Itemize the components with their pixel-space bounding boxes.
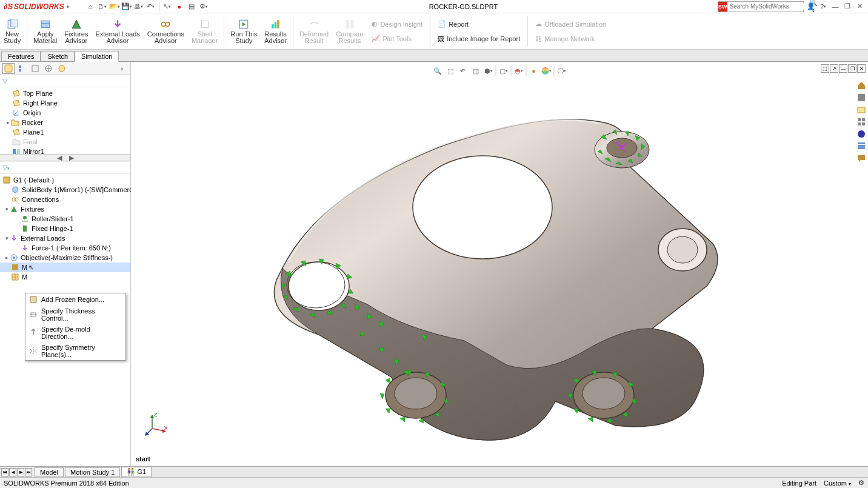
splitter-right-icon[interactable]: ▶ (69, 154, 74, 162)
open-icon[interactable]: 📂▾ (109, 1, 120, 12)
print-icon[interactable]: 🖶▾ (133, 1, 144, 12)
custom-properties-icon[interactable] (856, 141, 867, 152)
feature-tree[interactable]: Top Plane Right Plane Origin ▸Rocker Pla… (0, 87, 130, 154)
study-node[interactable]: G1 (-Default-) (0, 175, 130, 185)
solidbody-node[interactable]: SolidBody 1(Mirror1) (-[SW]Commercially … (0, 185, 130, 195)
viewport-exit-icon[interactable]: ⬚ (821, 64, 829, 73)
status-custom[interactable]: Custom ▾ (824, 480, 851, 487)
collapse-icon[interactable]: ▾ (4, 235, 10, 241)
solidworks-resources-icon[interactable] (856, 80, 867, 91)
splitter-left-icon[interactable]: ◀ (57, 154, 62, 162)
fixtures-advisor-button[interactable]: Fixtures Advisor (61, 15, 92, 48)
manufacturing-controls-node[interactable]: M↖ (0, 262, 130, 272)
minimize-icon[interactable]: — (830, 2, 840, 12)
fixed-hinge-node[interactable]: Fixed Hinge-1 (0, 224, 130, 233)
settings-gear-icon[interactable]: ⚙▾ (198, 1, 209, 12)
tab-next-icon[interactable]: ▶ (17, 468, 24, 476)
context-thickness-control[interactable]: Specify Thickness Control... (25, 306, 125, 324)
connections-node[interactable]: Connections (0, 195, 130, 204)
external-loads-advisor-button[interactable]: External Loads Advisor (92, 15, 143, 48)
filter-icon[interactable]: ▽▾ (2, 164, 10, 172)
rebuild-icon[interactable]: ● (174, 1, 185, 12)
tab-last-icon[interactable]: ⏭ (25, 468, 32, 476)
expand-icon[interactable]: ▸ (5, 119, 11, 125)
restore-icon[interactable]: ❐ (843, 2, 852, 12)
property-manager-tab-icon[interactable] (16, 63, 28, 74)
search-box[interactable]: SW 🔍▾ (718, 1, 804, 12)
viewport-close-icon[interactable]: ✕ (857, 64, 866, 73)
ribbon-label: Offloaded Simulation (544, 21, 606, 28)
dimxpert-tab-icon[interactable] (42, 63, 55, 74)
tree-label: G1 (-Default-) (13, 176, 54, 184)
objective-node[interactable]: ▸Objective(-Maximize Stiffness-) (0, 253, 130, 262)
tree-item-origin[interactable]: Origin (0, 108, 130, 118)
select-icon[interactable]: ↖▾ (162, 1, 173, 12)
new-icon[interactable]: 🗋▾ (97, 1, 108, 12)
undo-icon[interactable]: ↶▾ (145, 1, 156, 12)
panel-expand-icon[interactable]: › (116, 63, 128, 74)
tab-sketch[interactable]: Sketch (41, 51, 75, 61)
report-button[interactable]: 📄Report (435, 18, 522, 31)
include-image-button[interactable]: 🖼Include Image for Report (435, 32, 522, 45)
context-symmetry-plane[interactable]: Specify Symmetry Plane(s)... (25, 342, 125, 360)
force-node[interactable]: Force-1 (:Per item: 650 N:) (0, 243, 130, 253)
feature-manager-tab-icon[interactable] (2, 63, 15, 74)
save-icon[interactable]: 💾▾ (121, 1, 132, 12)
solidworks-forum-icon[interactable] (856, 153, 867, 164)
tree-item-right-plane[interactable]: Right Plane (0, 98, 130, 108)
connections-advisor-button[interactable]: Connections Advisor (144, 15, 188, 48)
collapse-icon[interactable]: ▾ (4, 206, 10, 212)
options-list-icon[interactable]: ▤ (186, 1, 197, 12)
fixtures-node[interactable]: ▾Fixtures (0, 204, 130, 214)
bottom-tab-model[interactable]: Model (35, 467, 64, 477)
tree-item-final[interactable]: Final (0, 137, 130, 147)
svg-rect-17 (19, 69, 21, 72)
orientation-triad[interactable]: z x (143, 412, 167, 436)
home-icon[interactable]: ⌂ (85, 1, 96, 12)
tree-item-mirror1[interactable]: Mirror1 (0, 147, 130, 154)
tab-prev-icon[interactable]: ◀ (9, 468, 16, 476)
viewport-popout-icon[interactable]: ↗ (830, 64, 838, 73)
context-add-frozen-region[interactable]: Add Frozen Region... (25, 293, 125, 306)
tab-simulation[interactable]: Simulation (75, 51, 119, 62)
close-icon[interactable]: ✕ (855, 2, 864, 12)
appearances-icon[interactable] (856, 129, 867, 139)
tab-features[interactable]: Features (1, 51, 41, 61)
results-advisor-button[interactable]: Results Advisor (261, 15, 290, 48)
config-manager-tab-icon[interactable] (29, 63, 41, 74)
tree-item-plane1[interactable]: Plane1 (0, 127, 130, 137)
results-icon (270, 19, 281, 30)
external-loads-node[interactable]: ▾External Loads (0, 233, 130, 243)
design-library-icon[interactable] (856, 92, 867, 103)
user-icon[interactable]: 👤 (806, 2, 816, 12)
apply-material-button[interactable]: Apply Material (30, 15, 61, 48)
mesh-node[interactable]: M (0, 272, 130, 282)
new-study-icon (7, 19, 18, 30)
expand-icon[interactable]: ▸ (4, 255, 10, 261)
graphics-viewport[interactable]: 🔍 ⬚ ↶ ◫ ⬢▾ ▢▾ ◓▾ ● ▾ 🖵▾ ⬚ ↗ — ❐ ✕ (131, 62, 868, 466)
new-study-button[interactable]: New Study (0, 15, 24, 48)
file-explorer-icon[interactable] (856, 104, 867, 115)
folder-icon (11, 118, 19, 127)
svg-rect-23 (13, 149, 16, 154)
tree-item-top-plane[interactable]: Top Plane (0, 89, 130, 98)
help-icon[interactable]: ?▾ (818, 2, 828, 12)
tree-label: Top Plane (23, 90, 53, 97)
tree-splitter[interactable]: ◀▶ (0, 154, 130, 161)
svg-rect-16 (19, 65, 21, 68)
bottom-tab-motion[interactable]: Motion Study 1 (65, 467, 120, 477)
view-palette-icon[interactable] (856, 116, 867, 127)
viewport-restore-icon[interactable]: ❐ (848, 64, 856, 73)
run-study-button[interactable]: Run This Study (227, 15, 261, 48)
status-gear-icon[interactable]: ⚙ (858, 479, 864, 487)
chevron-right-icon[interactable]: ▸ (67, 2, 70, 10)
display-manager-tab-icon[interactable] (56, 63, 68, 74)
context-demold-direction[interactable]: Specify De-mold Direction... (25, 324, 125, 342)
bottom-tab-study[interactable]: 👫 G1 (121, 467, 152, 477)
tree-item-rocker[interactable]: ▸Rocker (0, 118, 130, 127)
tab-first-icon[interactable]: ⏮ (1, 468, 8, 476)
viewport-minimize-icon[interactable]: — (839, 64, 847, 73)
filter-icon[interactable]: ▽ (2, 77, 7, 85)
search-input[interactable] (727, 3, 809, 10)
roller-slider-node[interactable]: Roller/Slider-1 (0, 214, 130, 224)
